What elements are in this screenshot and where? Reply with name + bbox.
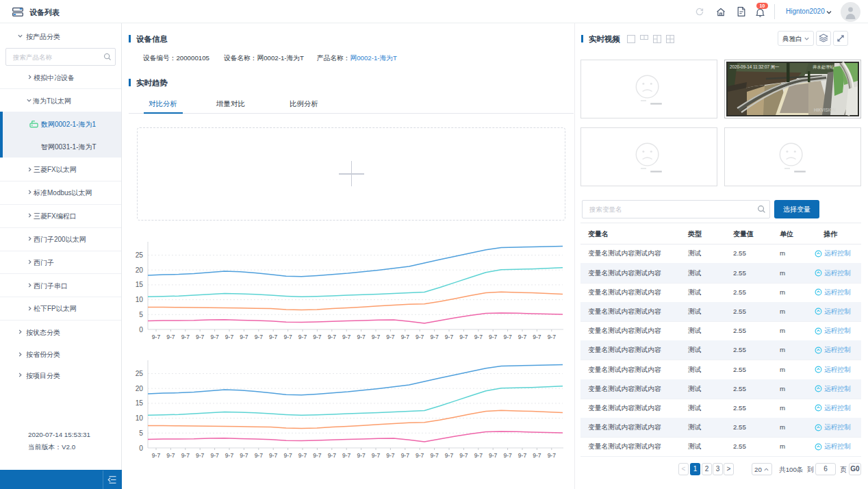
svg-text:0: 0	[139, 444, 143, 452]
svg-text:9-7: 9-7	[503, 452, 512, 459]
svg-text:25: 25	[136, 251, 144, 259]
svg-text:9-7: 9-7	[166, 452, 175, 459]
svg-text:9-7: 9-7	[255, 334, 264, 340]
svg-text:9-7: 9-7	[548, 334, 557, 340]
svg-text:9-7: 9-7	[386, 334, 395, 340]
svg-text:9-7: 9-7	[416, 334, 424, 340]
svg-text:9-7: 9-7	[283, 334, 292, 340]
svg-text:9-7: 9-7	[445, 334, 454, 340]
svg-text:9-7: 9-7	[328, 334, 337, 340]
svg-text:20: 20	[136, 266, 144, 274]
svg-text:9-7: 9-7	[283, 452, 292, 459]
svg-text:9-7: 9-7	[298, 452, 307, 459]
svg-text:9-7: 9-7	[255, 452, 264, 459]
svg-text:9-7: 9-7	[152, 334, 161, 340]
svg-text:9-7: 9-7	[313, 452, 322, 459]
svg-text:9-7: 9-7	[445, 452, 454, 459]
svg-text:9-7: 9-7	[225, 334, 234, 340]
svg-text:井水处理站: 井水处理站	[813, 64, 834, 70]
svg-text:9-7: 9-7	[196, 452, 205, 459]
svg-text:9-7: 9-7	[474, 452, 483, 459]
svg-text:HIKVISION: HIKVISION	[814, 108, 836, 112]
svg-text:9-7: 9-7	[459, 452, 468, 459]
svg-text:9-7: 9-7	[313, 334, 322, 340]
svg-text:9-7: 9-7	[269, 334, 278, 340]
svg-text:9-7: 9-7	[269, 452, 278, 459]
svg-text:9-7: 9-7	[503, 334, 512, 340]
svg-text:9-7: 9-7	[210, 334, 219, 340]
svg-text:9-7: 9-7	[152, 452, 161, 459]
svg-text:15: 15	[136, 399, 144, 407]
svg-text:9-7: 9-7	[430, 334, 439, 340]
svg-text:9-7: 9-7	[181, 452, 190, 459]
svg-text:5: 5	[139, 311, 143, 318]
svg-text:9-7: 9-7	[518, 452, 527, 459]
svg-text:9-7: 9-7	[210, 452, 219, 459]
svg-text:9-7: 9-7	[328, 452, 337, 459]
svg-text:9-7: 9-7	[181, 334, 190, 340]
svg-text:9-7: 9-7	[489, 452, 498, 459]
svg-text:9-7: 9-7	[401, 452, 410, 459]
svg-text:2020-09-14 11:32:07 周一: 2020-09-14 11:32:07 周一	[730, 64, 779, 69]
svg-text:15: 15	[136, 281, 144, 288]
svg-text:5: 5	[139, 429, 143, 437]
svg-text:9-7: 9-7	[416, 452, 424, 459]
svg-text:9-7: 9-7	[518, 334, 527, 340]
svg-text:9-7: 9-7	[240, 334, 248, 340]
svg-text:9-7: 9-7	[357, 452, 366, 459]
svg-text:25: 25	[136, 370, 144, 377]
svg-text:9-7: 9-7	[357, 334, 366, 340]
svg-text:9-7: 9-7	[533, 452, 541, 459]
svg-text:9-7: 9-7	[459, 334, 468, 340]
svg-text:9-7: 9-7	[225, 452, 234, 459]
svg-text:9-7: 9-7	[240, 452, 248, 459]
svg-text:9-7: 9-7	[489, 334, 498, 340]
svg-text:9-7: 9-7	[533, 334, 541, 340]
svg-text:10: 10	[136, 296, 144, 303]
svg-text:20: 20	[136, 385, 144, 392]
svg-text:9-7: 9-7	[166, 334, 175, 340]
svg-text:0: 0	[139, 326, 143, 334]
svg-text:9-7: 9-7	[372, 452, 381, 459]
svg-text:9-7: 9-7	[196, 334, 205, 340]
svg-text:9-7: 9-7	[342, 452, 351, 459]
svg-text:10: 10	[136, 414, 144, 422]
svg-text:9-7: 9-7	[342, 334, 351, 340]
svg-text:9-7: 9-7	[430, 452, 439, 459]
svg-text:9-7: 9-7	[401, 334, 410, 340]
svg-text:9-7: 9-7	[548, 452, 557, 459]
svg-text:9-7: 9-7	[372, 334, 381, 340]
svg-text:9-7: 9-7	[298, 334, 307, 340]
svg-text:9-7: 9-7	[474, 334, 483, 340]
svg-text:9-7: 9-7	[386, 452, 395, 459]
